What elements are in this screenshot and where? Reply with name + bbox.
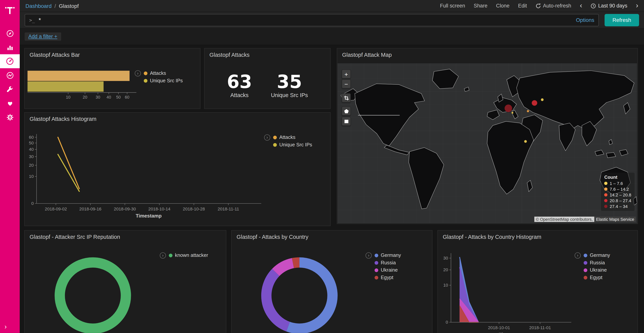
attacks-bar-chart: 102030405060	[25, 61, 197, 109]
map-draw-polygon-button[interactable]	[342, 107, 351, 116]
svg-text:60: 60	[125, 95, 130, 100]
chart-legend: ›AttacksUnique Src IPs	[135, 70, 183, 84]
filter-bar: Add a filter +	[20, 28, 644, 45]
legend-dot	[169, 253, 172, 257]
sidebar-item-dashboard[interactable]	[0, 54, 20, 68]
legend-dot	[273, 143, 277, 147]
attack-map[interactable]: + −	[338, 63, 637, 223]
edit-button[interactable]: Edit	[518, 3, 527, 9]
sidebar-item-discover[interactable]	[0, 26, 20, 40]
legend-toggle[interactable]: ›	[366, 252, 372, 259]
sidebar-item-management[interactable]	[0, 110, 20, 124]
main-area: Dashboard / Glastopf Full screen Share C…	[20, 0, 644, 333]
map-marker[interactable]	[527, 110, 529, 112]
legend-item[interactable]: Egypt	[584, 274, 610, 280]
breadcrumb-dashboard-link[interactable]: Dashboard	[26, 3, 52, 9]
gauge-icon	[6, 57, 14, 65]
chart-legend: ›AttacksUnique Src IPs	[264, 134, 312, 148]
map-zoom-in-button[interactable]: +	[342, 70, 351, 79]
map-attribution: © OpenStreetMap contributors, Elastic Ma…	[534, 217, 636, 222]
svg-text:10: 10	[443, 283, 448, 287]
legend-item[interactable]: Russia	[584, 260, 610, 265]
openstreetmap-attribution-link[interactable]: © OpenStreetMap contributors,	[534, 217, 594, 222]
legend-toggle[interactable]: ›	[264, 134, 270, 141]
auto-refresh-button[interactable]: Auto-refresh	[536, 3, 571, 9]
legend-item[interactable]: Unique Src IPs	[144, 78, 183, 84]
sidebar-collapse-toggle[interactable]: ›	[0, 323, 20, 330]
legend-dot	[374, 253, 378, 257]
metric-value: 63	[227, 73, 252, 91]
panel-attacks-by-country: Glastopf - Attacks by Country ›GermanyRu…	[231, 230, 432, 333]
metric-unique-src-ips: 35 Unique Src IPs	[271, 73, 308, 98]
legend-item[interactable]: known attacker	[169, 252, 208, 258]
legend-toggle[interactable]: ›	[574, 252, 581, 259]
legend-item[interactable]: Ukraine	[584, 267, 610, 273]
map-marker[interactable]	[524, 140, 527, 143]
legend-dot	[584, 261, 587, 264]
query-options-link[interactable]: Options	[576, 17, 594, 23]
legend-dot	[374, 268, 378, 272]
svg-text:20: 20	[29, 163, 34, 168]
refresh-button[interactable]: Refresh	[604, 14, 639, 26]
legend-item[interactable]: Attacks	[144, 70, 183, 76]
map-count-legend: Count 1 – 7.67.6 – 14.214.2 – 20.820.8 –…	[601, 173, 634, 211]
legend-item[interactable]: Russia	[374, 260, 401, 265]
time-range-picker[interactable]: Last 90 days	[591, 3, 627, 9]
legend-dot	[584, 276, 587, 279]
legend-dot	[273, 135, 277, 139]
telekom-logo[interactable]	[0, 2, 20, 20]
legend-dot	[604, 193, 608, 196]
time-back-button[interactable]: ‹	[580, 2, 582, 9]
legend-dot	[604, 182, 608, 185]
world-map-landmass	[341, 69, 637, 209]
map-draw-rectangle-button[interactable]	[342, 117, 351, 126]
sidebar-item-dev-tools[interactable]	[0, 82, 20, 96]
panel-country-histogram: Glastopf - Attacks by Country Histogram …	[438, 230, 638, 333]
legend-dot	[604, 205, 608, 208]
legend-dot	[144, 79, 148, 82]
clone-button[interactable]: Clone	[496, 3, 510, 9]
topbar-actions: Full screen Share Clone Edit Auto-refres…	[440, 3, 638, 9]
map-marker[interactable]	[511, 112, 514, 114]
svg-text:50: 50	[29, 141, 34, 145]
share-button[interactable]: Share	[474, 3, 488, 9]
dashboard-grid: Glastopf Attacks Bar 102030405060 ›Attac…	[20, 45, 644, 333]
map-tools: + −	[342, 70, 351, 126]
sidebar-item-timelion[interactable]	[0, 68, 20, 82]
legend-item[interactable]: Ukraine	[374, 267, 401, 273]
panel-title: Glastopf Attacks Histogram	[25, 113, 330, 124]
time-forward-button[interactable]: ›	[636, 2, 638, 9]
legend-item[interactable]: Germany	[584, 252, 610, 258]
legend-toggle[interactable]: ›	[135, 70, 141, 76]
sidebar-item-monitoring[interactable]	[0, 96, 20, 110]
app-sidebar: ›	[0, 0, 20, 333]
map-marker[interactable]	[504, 104, 512, 112]
map-zoom-out-button[interactable]: −	[342, 79, 351, 88]
map-legend-row: 27.4 – 34	[604, 204, 631, 209]
query-input-container: >_ Options	[25, 14, 599, 26]
legend-item[interactable]: Unique Src IPs	[273, 142, 312, 148]
full-screen-button[interactable]: Full screen	[440, 3, 465, 9]
legend-item[interactable]: Egypt	[374, 274, 401, 280]
map-marker[interactable]	[541, 98, 544, 101]
legend-toggle[interactable]: ›	[160, 252, 166, 259]
map-legend-row: 7.6 – 14.2	[604, 187, 631, 192]
query-input[interactable]	[38, 17, 572, 24]
legend-dot	[144, 71, 148, 75]
legend-dot	[604, 199, 608, 202]
panel-title: Glastopf - Attacker Src IP Reputation	[25, 231, 226, 242]
panel-attacks-bar: Glastopf Attacks Bar 102030405060 ›Attac…	[24, 48, 200, 109]
sidebar-item-visualize[interactable]	[0, 40, 20, 54]
map-marker[interactable]	[532, 100, 538, 106]
svg-text:2018-09-16: 2018-09-16	[79, 207, 102, 211]
polygon-icon	[344, 108, 349, 114]
svg-text:10: 10	[29, 174, 34, 179]
chart-legend: ›GermanyRussiaUkraineEgypt	[366, 252, 401, 280]
legend-item[interactable]: Attacks	[273, 134, 312, 140]
legend-item[interactable]: Germany	[374, 252, 401, 258]
svg-text:0: 0	[446, 320, 448, 324]
map-legend-title: Count	[604, 175, 631, 180]
map-fit-bounds-button[interactable]	[342, 93, 351, 102]
panel-attacks-histogram: Glastopf Attacks Histogram 0102030405060…	[24, 112, 330, 226]
add-filter-button[interactable]: Add a filter +	[25, 32, 61, 41]
